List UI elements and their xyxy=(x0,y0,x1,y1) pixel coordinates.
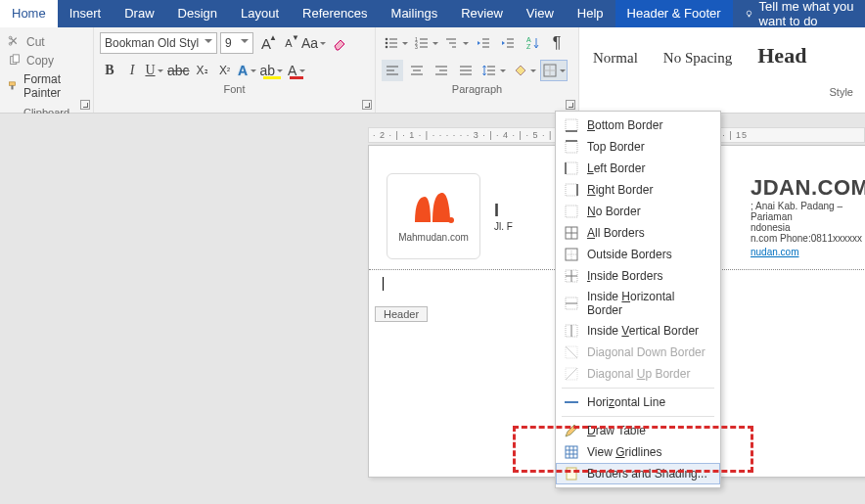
style-no-spacing[interactable]: No Spacing xyxy=(663,50,732,67)
sort-button[interactable]: AZ xyxy=(522,32,543,54)
lightbulb-icon xyxy=(745,7,753,21)
bold-button[interactable]: B xyxy=(100,60,119,81)
border-right-icon xyxy=(564,182,579,198)
svg-rect-31 xyxy=(566,446,577,458)
underline-button[interactable]: U xyxy=(145,60,164,81)
align-center-button[interactable] xyxy=(406,60,428,81)
menu-separator xyxy=(562,416,714,417)
border-in-icon xyxy=(564,268,579,284)
svg-rect-7 xyxy=(11,85,13,89)
justify-button[interactable] xyxy=(455,60,477,81)
show-marks-button[interactable]: ¶ xyxy=(546,32,568,54)
font-size-select[interactable]: 9 xyxy=(220,32,253,54)
menu-border-left[interactable]: Left Border xyxy=(556,158,720,179)
copy-icon xyxy=(8,54,22,68)
menu-item-label: Horizontal Line xyxy=(587,395,665,409)
menu-item-label: Borders and Shading... xyxy=(587,467,707,481)
menu-border-all[interactable]: All Borders xyxy=(556,222,720,244)
change-case-button[interactable]: Aa xyxy=(301,32,327,54)
menu-border-dd: Diagonal Down Border xyxy=(556,342,720,363)
tab-header-footer[interactable]: Header & Footer xyxy=(615,0,733,27)
borders-split-button[interactable] xyxy=(540,60,568,81)
menu-border-none[interactable]: No Border xyxy=(556,201,720,222)
style-heading[interactable]: Head xyxy=(757,43,806,69)
tab-view[interactable]: View xyxy=(515,0,566,27)
ribbon-tabs: Home Insert Draw Design Layout Reference… xyxy=(0,0,865,27)
shading-button[interactable] xyxy=(510,60,537,81)
cut-button[interactable]: Cut xyxy=(6,34,87,50)
italic-button[interactable]: I xyxy=(122,60,142,81)
menu-border-right[interactable]: Right Border xyxy=(556,179,720,201)
svg-point-17 xyxy=(448,217,454,223)
menu-item-label: Outside Borders xyxy=(587,248,672,261)
superscript-button[interactable]: X xyxy=(215,60,235,81)
border-iv-icon xyxy=(564,323,579,339)
svg-rect-5 xyxy=(13,55,19,63)
svg-rect-32 xyxy=(567,468,576,480)
tab-home[interactable]: Home xyxy=(0,0,58,27)
menu-border-bottom[interactable]: Bottom Border xyxy=(556,115,720,136)
tab-review[interactable]: Review xyxy=(449,0,515,27)
cut-label: Cut xyxy=(26,35,45,49)
strikethrough-button[interactable]: abc xyxy=(167,60,190,81)
menu-horizontal-line[interactable]: Horizontal Line xyxy=(556,391,720,413)
clipboard-dialog-launcher[interactable] xyxy=(80,100,90,110)
shrink-font-button[interactable]: A▼ xyxy=(279,32,298,54)
numbering-button[interactable]: 123 xyxy=(412,32,439,54)
style-normal[interactable]: Normal xyxy=(593,50,638,67)
group-styles: Normal No Spacing Head Style xyxy=(579,27,865,113)
font-family-select[interactable]: Bookman Old Styl xyxy=(100,32,217,54)
align-right-icon xyxy=(433,63,449,78)
multilevel-list-button[interactable] xyxy=(442,32,470,54)
menu-view-gridlines[interactable]: View Gridlines xyxy=(556,441,720,463)
svg-rect-19 xyxy=(566,141,577,153)
border-left-icon xyxy=(564,160,579,176)
tell-me-search[interactable]: Tell me what you want to do xyxy=(733,0,865,27)
decrease-indent-button[interactable] xyxy=(473,32,494,54)
increase-indent-button[interactable] xyxy=(497,32,519,54)
menu-border-ih[interactable]: Inside Horizontal Border xyxy=(556,287,720,320)
tell-me-placeholder: Tell me what you want to do xyxy=(759,0,859,28)
menu-border-out[interactable]: Outside Borders xyxy=(556,244,720,265)
paragraph-dialog-launcher[interactable] xyxy=(566,100,575,110)
menu-item-label: Inside Borders xyxy=(587,269,662,283)
highlight-button[interactable]: ab xyxy=(260,60,285,81)
menu-border-du: Diagonal Up Border xyxy=(556,363,720,385)
clear-formatting-button[interactable] xyxy=(330,32,349,54)
tab-help[interactable]: Help xyxy=(566,0,615,27)
menu-separator xyxy=(562,388,714,389)
svg-rect-18 xyxy=(566,119,577,131)
menu-item-label: Diagonal Down Border xyxy=(587,345,706,359)
menu-border-iv[interactable]: Inside Vertical Border xyxy=(556,320,720,342)
outdent-icon xyxy=(476,35,491,51)
numbering-icon: 123 xyxy=(414,35,430,51)
tab-layout[interactable]: Layout xyxy=(229,0,291,27)
format-painter-button[interactable]: Format Painter xyxy=(6,71,87,101)
copy-button[interactable]: Copy xyxy=(6,53,87,69)
menu-border-top[interactable]: Top Border xyxy=(556,136,720,158)
bullets-button[interactable] xyxy=(382,32,409,54)
font-color-button[interactable]: A xyxy=(287,60,306,81)
subscript-button[interactable]: X xyxy=(193,60,212,81)
website-link[interactable]: nudan.com xyxy=(751,247,798,257)
sort-icon: AZ xyxy=(524,35,540,51)
menu-border-in[interactable]: Inside Borders xyxy=(556,265,720,287)
grow-font-button[interactable]: A▲ xyxy=(256,32,276,54)
menu-borders-and-shading[interactable]: Borders and Shading... xyxy=(556,463,720,484)
font-dialog-launcher[interactable] xyxy=(362,100,372,110)
tab-mailings[interactable]: Mailings xyxy=(380,0,450,27)
line-spacing-button[interactable] xyxy=(479,60,507,81)
svg-point-0 xyxy=(747,11,751,15)
tab-design[interactable]: Design xyxy=(166,0,229,27)
text-effects-button[interactable]: A xyxy=(238,60,257,81)
grid-icon xyxy=(564,444,579,460)
align-right-button[interactable] xyxy=(431,60,452,81)
tab-draw[interactable]: Draw xyxy=(113,0,165,27)
menu-item-label: Left Border xyxy=(587,161,645,175)
tab-references[interactable]: References xyxy=(291,0,379,27)
menu-draw-table[interactable]: Draw Table xyxy=(556,420,720,441)
tab-insert[interactable]: Insert xyxy=(58,0,114,27)
align-left-button[interactable] xyxy=(382,60,403,81)
menu-item-label: Bottom Border xyxy=(587,118,662,132)
header-region-tag[interactable]: Header xyxy=(375,306,428,322)
